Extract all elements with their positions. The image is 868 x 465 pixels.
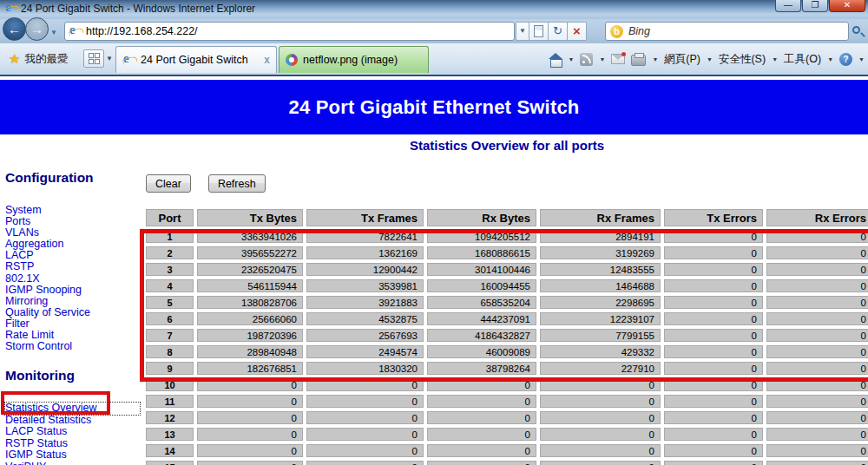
sidebar-item[interactable]: Quality of Service [5,307,140,318]
cell-tx-bytes: 0 [197,411,303,424]
stop-button[interactable]: × [568,22,587,41]
table-row: 5 1380828706 3921883 658535204 2298695 0… [146,296,868,309]
compatibility-icon [534,25,543,37]
cell-tx-frames: 2567693 [306,329,424,342]
print-dropdown-icon[interactable]: ▼ [652,56,658,62]
sidebar-item[interactable]: RSTP [5,261,140,272]
restore-button[interactable]: ❐ [802,0,828,12]
search-input[interactable]: b Bing [605,22,849,41]
sidebar-item[interactable]: RSTP Status [5,438,140,450]
rss-feed-icon[interactable] [580,53,593,66]
sidebar-item[interactable]: IGMP Snooping [5,285,140,296]
cell-tx-errors: 0 [664,362,763,375]
search-engine-label: Bing [628,25,650,37]
history-dropdown-icon[interactable]: ▼ [50,29,57,36]
cell-rx-frames: 0 [540,411,661,424]
help-icon[interactable]: ? [839,53,852,66]
sidebar-item[interactable]: 802.1X [5,273,140,285]
cell-rx-bytes: 0 [427,428,536,441]
address-input[interactable]: http://192.168.254.222/ [64,22,515,41]
cell-tx-bytes: 0 [197,428,303,441]
tabs-bar: ★ 我的最愛 ▼ 24 Port Gigabit Switch x netflo… [0,43,868,75]
cell-tx-frames: 3921883 [306,296,424,309]
configuration-links: SystemPortsVLANsAggregationLACPRSTP802.1… [5,205,140,352]
cell-rx-bytes: 4186432827 [427,329,536,342]
clear-button[interactable]: Clear [146,174,191,193]
window-title: 24 Port Gigabit Switch - Windows Interne… [21,3,255,15]
quick-tabs-button[interactable] [83,49,104,68]
safety-dropdown-icon[interactable]: ▼ [772,56,778,62]
tab-label: netflow.png (image) [303,54,398,66]
cell-rx-bytes: 0 [427,444,536,457]
address-bar: ← → ▼ http://192.168.254.222/ ▼ ↻ × b Bi… [0,19,868,43]
cell-port: 12 [146,411,194,424]
quick-tabs-dropdown-icon[interactable]: ▼ [106,55,113,62]
menu-page[interactable]: 網頁(P) [664,52,700,67]
table-row: 14 0 0 0 0 0 0 [146,444,868,457]
search-icon[interactable] [852,26,860,34]
sidebar-item[interactable]: VeriPHY [5,462,140,465]
table-row: 12 0 0 0 0 0 0 [146,411,868,424]
cell-tx-errors: 0 [664,378,763,391]
cell-port: 13 [146,428,194,441]
favorites-label: 我的最愛 [24,52,68,67]
cell-rx-errors: 0 [766,279,868,292]
cell-tx-bytes: 0 [197,461,303,465]
cell-port: 14 [146,444,194,457]
rss-dropdown-icon[interactable]: ▼ [599,56,605,62]
refresh-button[interactable]: Refresh [208,174,266,193]
forward-button[interactable]: → [25,17,49,41]
close-button[interactable]: ✕ [829,0,865,12]
page-banner: 24 Port Gigabit Ethernet Switch [0,80,868,134]
sidebar-item[interactable]: Mirroring [5,296,140,307]
cell-rx-bytes: 3014100446 [427,263,536,276]
cell-port: 11 [146,395,194,408]
favorites-button[interactable]: ★ 我的最愛 [3,49,73,69]
home-dropdown-icon[interactable]: ▼ [569,56,575,62]
table-row: 7 198720396 2567693 4186432827 7799155 0… [146,329,868,342]
refresh-button[interactable]: ↻ [549,22,568,41]
minimize-button[interactable]: — [775,0,801,12]
home-icon[interactable] [549,54,562,66]
print-icon[interactable] [631,55,646,66]
tab-netflow-image[interactable]: netflow.png (image) [279,46,429,73]
cell-rx-frames: 1464688 [540,279,661,292]
sidebar-item[interactable]: Storm Control [5,341,140,352]
cell-tx-errors: 0 [664,444,763,457]
address-dropdown-button[interactable]: ▼ [516,22,529,41]
cell-tx-frames: 0 [306,461,424,465]
cell-tx-errors: 0 [664,329,763,342]
sidebar-item[interactable]: IGMP Status [5,449,140,462]
tools-dropdown-icon[interactable]: ▼ [827,56,833,62]
cell-rx-frames: 12483555 [540,263,661,276]
cell-rx-errors: 0 [766,411,868,424]
cell-tx-bytes: 0 [197,444,303,457]
cell-tx-errors: 0 [664,461,763,465]
cell-tx-bytes: 2326520475 [197,263,303,276]
cell-port: 8 [146,345,194,358]
cell-rx-frames: 0 [540,444,661,457]
table-row: 3 2326520475 12900442 3014100446 1248355… [146,263,868,276]
page-dropdown-icon[interactable]: ▼ [707,56,713,62]
sidebar-item[interactable]: LACP Status [5,426,140,438]
menu-safety[interactable]: 安全性(S) [719,52,766,67]
cell-rx-bytes: 0 [427,461,536,465]
table-row: 6 25666060 4532875 444237091 12239107 0 … [146,312,868,325]
cell-rx-errors: 0 [766,345,868,358]
menu-tools[interactable]: 工具(O) [784,52,821,67]
tab-close-icon[interactable]: x [264,54,270,66]
tab-switch-page[interactable]: 24 Port Gigabit Switch x [115,46,277,73]
back-button[interactable]: ← [3,17,26,41]
sidebar-item[interactable]: Statistics Overview [5,403,140,415]
help-dropdown-icon[interactable]: ▼ [858,56,865,62]
sidebar-item[interactable]: Detailed Statistics [5,415,140,427]
table-row: 11 0 0 0 0 0 0 [146,395,868,408]
cell-rx-frames: 429332 [540,345,661,358]
cell-rx-errors: 0 [766,378,868,391]
read-mail-icon[interactable] [611,54,625,64]
compatibility-view-button[interactable] [529,22,549,41]
table-row: 2 3956552272 1362169 1680886615 3199269 … [146,246,868,259]
browser-window: 24 Port Gigabit Switch - Windows Interne… [0,0,868,76]
cell-rx-frames: 12239107 [540,312,661,325]
cell-rx-errors: 0 [766,296,868,309]
